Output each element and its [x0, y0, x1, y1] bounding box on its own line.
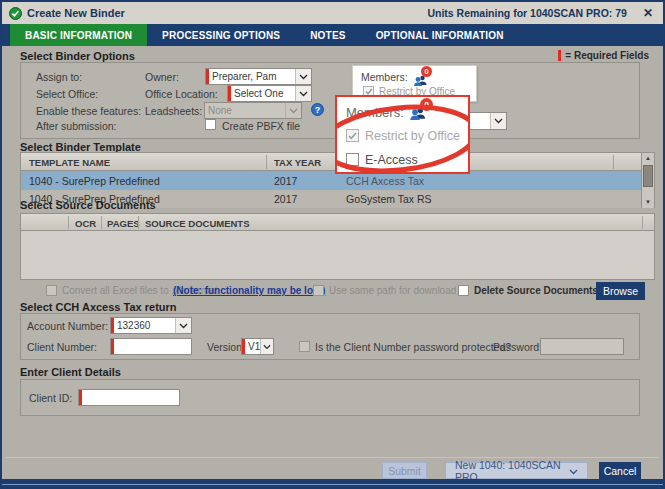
chevron-down-icon[interactable] [295, 86, 311, 101]
callout-e-access-checkbox[interactable] [346, 153, 359, 166]
select-office-label: Select Office: [36, 88, 98, 100]
office-location-value: Select One [231, 88, 295, 99]
col-tax-year: TAX YEAR [274, 157, 321, 168]
client-id-required-marker [79, 390, 82, 405]
client-id-label: Client ID: [29, 392, 72, 404]
members-label: Members: [361, 71, 408, 83]
members-zoom-callout: Members: 0 Restrict by Office E-Access [335, 95, 470, 174]
table-row-selected[interactable]: 1040 - SurePrep Predefined 2017 CCH Axce… [21, 171, 641, 190]
source-table-header: OCR PAGES SOURCE DOCUMENTS [21, 214, 654, 231]
owner-label: Owner: [145, 71, 179, 83]
section-client-details: Enter Client Details [20, 366, 121, 378]
callout-members-label: Members: [346, 105, 404, 120]
title-bar: Create New Binder Units Remaining for 10… [2, 2, 663, 24]
browse-button[interactable]: Browse [596, 282, 645, 300]
client-id-input[interactable] [78, 389, 180, 406]
convert-excel-checkbox [46, 285, 57, 296]
members-count-badge: 0 [421, 66, 432, 77]
chevron-down-icon[interactable] [260, 339, 273, 354]
tax-software-cell: CCH Axcess Tax [346, 175, 424, 187]
office-location-label: Office Location: [145, 88, 218, 100]
chevron-down-icon[interactable] [295, 69, 311, 84]
version-label: Version: [207, 341, 245, 353]
password-protected-label: Is the Client Number password protected? [315, 341, 511, 353]
scrollbar-thumb[interactable] [643, 165, 653, 187]
required-marker [558, 50, 561, 61]
delete-source-docs-checkbox[interactable] [458, 285, 469, 296]
source-table-body [21, 231, 654, 279]
source-documents-table: OCR PAGES SOURCE DOCUMENTS [20, 213, 655, 280]
enable-features-label: Enable these features: [36, 105, 141, 117]
same-path-label: Use same path for download [329, 285, 456, 296]
chevron-down-icon [285, 103, 301, 118]
template-table-header: TEMPLATE NAME TAX YEAR [21, 153, 641, 171]
same-path-checkbox [313, 285, 324, 296]
delete-source-docs-label: Delete Source Documents [474, 285, 598, 296]
window-bottom-border [2, 479, 663, 487]
callout-restrict-checkbox [346, 129, 359, 142]
chevron-down-icon[interactable] [490, 113, 506, 129]
create-new-binder-dialog: Create New Binder Units Remaining for 10… [0, 0, 665, 489]
close-icon[interactable]: ✕ [643, 6, 653, 20]
binder-check-icon [9, 7, 22, 20]
col-pages: PAGES [107, 218, 140, 229]
col-template-name: TEMPLATE NAME [29, 157, 110, 168]
section-source-documents: Select Source Documents [20, 199, 156, 211]
scroll-up-icon[interactable]: ▲ [642, 153, 654, 164]
account-number-dropdown[interactable]: 132360 [110, 317, 192, 334]
account-number-value: 132360 [114, 320, 175, 331]
version-dropdown[interactable]: V1 [241, 338, 274, 355]
password-protected-checkbox[interactable] [299, 341, 310, 352]
leadsheets-label: Leadsheets: [145, 105, 202, 117]
tax-year-cell: 2017 [274, 193, 297, 205]
tab-processing-options[interactable]: PROCESSING OPTIONS [147, 24, 295, 46]
window-bottom-highlight [2, 484, 663, 485]
create-pbfx-checkbox[interactable] [205, 119, 216, 130]
col-ocr: OCR [75, 218, 96, 229]
account-number-label: Account Number: [27, 320, 108, 332]
client-number-required-marker [111, 339, 114, 354]
version-value: V1 [245, 341, 260, 352]
tab-basic-information[interactable]: BASIC INFORMATION [10, 24, 147, 46]
chevron-down-icon[interactable] [569, 465, 578, 477]
units-remaining-text: Units Remaining for 1040SCAN PRO: 79 [427, 7, 627, 19]
section-cch-return: Select CCH Axcess Tax return [20, 301, 177, 313]
cancel-button[interactable]: Cancel [599, 462, 641, 479]
scroll-down-icon[interactable]: ▼ [642, 197, 654, 208]
template-name-cell: 1040 - SurePrep Predefined [29, 175, 160, 187]
owner-value: Preparer, Pam [209, 71, 295, 82]
create-pbfx-label: Create PBFX file [222, 120, 300, 132]
required-legend: = Required Fields [558, 50, 649, 61]
tab-optional-information[interactable]: OPTIONAL INFORMATION [361, 24, 519, 46]
tax-software-cell: GoSystem Tax RS [346, 193, 432, 205]
callout-restrict-label: Restrict by Office [365, 129, 460, 143]
col-source-documents: SOURCE DOCUMENTS [145, 218, 250, 229]
callout-e-access-label: E-Access [365, 153, 418, 167]
submit-button[interactable]: Submit [382, 462, 427, 479]
assign-to-label: Assign to: [36, 71, 82, 83]
section-binder-options: Select Binder Options [20, 50, 135, 62]
password-input [540, 338, 624, 355]
new-binder-type-dropdown[interactable]: New 1040: 1040SCAN PRO [445, 462, 588, 479]
client-number-input[interactable] [110, 338, 192, 355]
password-label: Password: [493, 341, 542, 353]
tax-year-cell: 2017 [274, 175, 297, 187]
owner-dropdown[interactable]: Preparer, Pam [205, 68, 312, 85]
required-legend-text: = Required Fields [565, 50, 649, 61]
help-icon[interactable]: ? [311, 103, 324, 116]
office-location-dropdown[interactable]: Select One [227, 85, 312, 102]
tab-bar: BASIC INFORMATION PROCESSING OPTIONS NOT… [2, 24, 663, 46]
chevron-down-icon[interactable] [175, 318, 191, 333]
window-title: Create New Binder [27, 7, 125, 19]
leadsheets-dropdown: None [204, 102, 302, 119]
note-functionality-link[interactable]: (Note: functionality may be lost) [173, 285, 325, 296]
callout-count-badge: 0 [420, 98, 433, 111]
client-number-label: Client Number: [27, 341, 97, 353]
template-table-scrollbar[interactable]: ▲ ▼ [641, 153, 654, 208]
after-submission-label: After submission: [36, 120, 117, 132]
tab-notes[interactable]: NOTES [295, 24, 360, 46]
leadsheets-value: None [205, 105, 285, 116]
